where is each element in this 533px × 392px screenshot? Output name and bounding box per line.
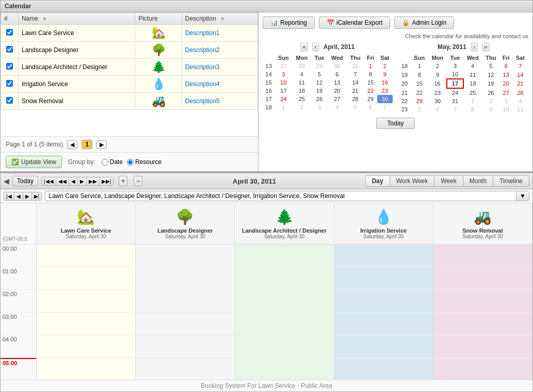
lane-slot[interactable]	[433, 313, 532, 335]
radio-resource[interactable]: Resource	[127, 158, 161, 166]
lane-slot[interactable]	[235, 267, 333, 290]
calendar-day[interactable]: 9	[428, 70, 447, 79]
radio-date-input[interactable]	[102, 159, 108, 166]
calendar-day[interactable]: 2	[482, 97, 499, 105]
calendar-day[interactable]: 13	[499, 70, 513, 79]
calendar-day[interactable]: 23	[377, 87, 393, 95]
lane-slot[interactable]	[136, 335, 234, 358]
prev-month-btn[interactable]: ‹	[312, 42, 319, 52]
lane-slot[interactable]	[37, 267, 135, 290]
desc-filter-icon[interactable]: ▼	[220, 16, 225, 22]
calendar-day[interactable]: 8	[364, 70, 377, 78]
lane-slot[interactable]	[433, 358, 532, 380]
calendar-day[interactable]: 16	[428, 79, 447, 88]
calendar-day[interactable]: 11	[463, 70, 482, 79]
calendar-day[interactable]: 1	[364, 62, 377, 70]
view-tab-month[interactable]: Month	[463, 175, 493, 187]
calendar-day[interactable]: 18	[463, 79, 482, 88]
calendar-day[interactable]: 10	[447, 70, 463, 79]
admin-login-btn[interactable]: 🔒 Admin Login	[394, 17, 454, 29]
calendar-day[interactable]: 4	[293, 70, 312, 78]
calendar-day[interactable]: 12	[311, 78, 328, 87]
calendar-day[interactable]: 9	[482, 105, 499, 113]
update-view-btn[interactable]: ✅ Update View	[6, 156, 62, 168]
resource-checkbox-cell[interactable]	[1, 42, 19, 59]
lane-slot[interactable]	[334, 244, 433, 267]
lane-slot[interactable]	[136, 358, 234, 380]
calendar-day[interactable]: 3	[274, 70, 292, 78]
calendar-day[interactable]: 7	[513, 62, 528, 70]
resource-checkbox[interactable]	[6, 97, 13, 104]
resource-checkbox[interactable]	[6, 80, 13, 87]
calendar-day[interactable]: 17	[447, 79, 463, 88]
today-btn[interactable]: Today	[376, 118, 414, 129]
add-event-btn[interactable]: +	[119, 176, 127, 186]
calendar-day[interactable]: 14	[513, 70, 528, 79]
nav2-next[interactable]: ▶	[23, 192, 32, 200]
lane-slot[interactable]	[136, 290, 234, 313]
sched-nav-prev[interactable]: ◀	[69, 177, 78, 185]
lane-slot[interactable]	[235, 313, 333, 335]
calendar-day[interactable]: 15	[364, 78, 377, 87]
next-month-btn[interactable]: ›	[471, 42, 478, 52]
calendar-day[interactable]: 10	[274, 78, 292, 87]
prev-prev-month-btn[interactable]: «	[300, 42, 308, 52]
calendar-day[interactable]: 28	[513, 88, 528, 97]
calendar-day[interactable]: 3	[499, 97, 513, 105]
calendar-day[interactable]: 7	[377, 103, 393, 111]
view-tab-day[interactable]: Day	[365, 175, 390, 187]
calendar-day[interactable]: 18	[293, 87, 312, 95]
calendar-day[interactable]: 22	[411, 88, 428, 97]
calendar-day[interactable]: 24	[274, 95, 292, 103]
lane-slot[interactable]	[433, 290, 532, 313]
calendar-day[interactable]: 31	[447, 97, 463, 105]
lane-slot[interactable]	[235, 358, 333, 380]
calendar-day[interactable]: 10	[499, 105, 513, 113]
nav2-first[interactable]: |◀	[4, 192, 14, 200]
radio-date[interactable]: Date	[102, 158, 123, 166]
lane-slot[interactable]	[334, 313, 433, 335]
calendar-day[interactable]: 28	[347, 95, 364, 103]
calendar-day[interactable]: 26	[482, 88, 499, 97]
calendar-day[interactable]: 29	[411, 97, 428, 105]
resource-checkbox-cell[interactable]	[1, 25, 19, 42]
calendar-day[interactable]: 26	[311, 95, 328, 103]
calendar-day[interactable]: 6	[364, 103, 377, 111]
name-filter-icon[interactable]: ▼	[42, 16, 47, 22]
sched-nav-next[interactable]: ▶	[78, 177, 87, 185]
calendar-day[interactable]: 30	[428, 97, 447, 105]
resource-checkbox[interactable]	[6, 29, 13, 36]
resource-checkbox[interactable]	[6, 46, 13, 53]
calendar-day[interactable]: 5	[311, 70, 328, 78]
prev-page-btn[interactable]: ◀	[67, 140, 77, 149]
reporting-btn[interactable]: 📊 Reporting	[263, 17, 315, 29]
calendar-day[interactable]: 3	[311, 103, 328, 111]
calendar-day[interactable]: 5	[347, 103, 364, 111]
calendar-day[interactable]: 12	[482, 70, 499, 79]
lane-slot[interactable]	[235, 290, 333, 313]
calendar-day[interactable]: 27	[274, 62, 292, 70]
calendar-day[interactable]: 2	[428, 62, 447, 70]
lane-slot[interactable]	[37, 358, 135, 380]
calendar-day[interactable]: 30	[377, 95, 393, 103]
sched-today-btn[interactable]: Today	[12, 176, 38, 186]
sched-nav-first[interactable]: |◀◀	[42, 177, 56, 185]
calendar-day[interactable]: 6	[328, 70, 347, 78]
calendar-day[interactable]: 21	[347, 87, 364, 95]
calendar-day[interactable]: 2	[293, 103, 312, 111]
calendar-day[interactable]: 19	[482, 79, 499, 88]
calendar-day[interactable]: 4	[513, 97, 528, 105]
sched-nav-last[interactable]: ▶▶|	[100, 177, 114, 185]
calendar-day[interactable]: 16	[377, 78, 393, 87]
calendar-day[interactable]: 9	[377, 70, 393, 78]
calendar-day[interactable]: 23	[428, 88, 447, 97]
lane-slot[interactable]	[37, 313, 135, 335]
resource-checkbox-cell[interactable]	[1, 93, 19, 110]
sched-nav-prev-prev[interactable]: ◀◀	[56, 177, 69, 185]
remove-event-btn[interactable]: −	[134, 176, 142, 186]
nav2-last[interactable]: ▶|	[32, 192, 42, 200]
calendar-day[interactable]: 25	[463, 88, 482, 97]
col-header-description[interactable]: Description ▼	[182, 13, 257, 25]
calendar-day[interactable]: 8	[463, 105, 482, 113]
calendar-day[interactable]: 22	[364, 87, 377, 95]
